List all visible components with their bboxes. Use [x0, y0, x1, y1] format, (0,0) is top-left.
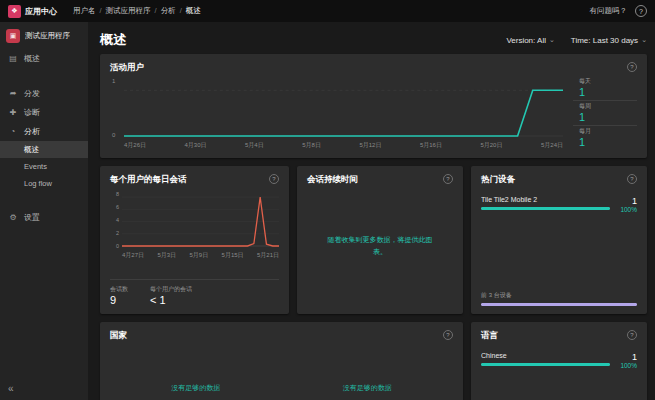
device-bar-track: [481, 207, 610, 210]
sidebar-item-overview-label: 概述: [24, 53, 40, 64]
sessions-line-chart: [122, 191, 279, 249]
language-row: Chinese 1 100%: [481, 352, 637, 369]
countries-title: 国家: [110, 330, 127, 342]
stat-daily-value: 1: [579, 86, 637, 98]
active-users-card-header: 活动用户 ?: [110, 62, 637, 74]
breadcrumb-analytics[interactable]: 分析: [151, 6, 176, 16]
x-tick: 5月21日: [257, 251, 279, 260]
breadcrumb: 用户名 测试应用程序 分析 概述: [73, 6, 201, 16]
breadcrumb-user[interactable]: 用户名: [73, 6, 96, 16]
sidebar-item-overview[interactable]: ▤ 概述: [0, 49, 88, 68]
sidebar-item-diagnostics-label: 诊断: [24, 107, 40, 118]
x-tick: 5月9日: [189, 251, 208, 260]
version-filter[interactable]: Version: All ⌄: [506, 36, 554, 45]
footer-bar-track: [481, 303, 637, 306]
sidebar-item-analytics-label: 分析: [24, 126, 40, 137]
help-link[interactable]: 有问题吗？: [590, 6, 628, 16]
brand-home-link[interactable]: ❖ 应用中心: [8, 5, 57, 18]
stat-weekly: 每周 1: [573, 101, 637, 126]
language-bar-fill: [481, 363, 610, 366]
top-devices-footer-label: 前 3 台设备: [481, 291, 637, 300]
language-count: 1: [620, 352, 637, 362]
topbar-right: 有问题吗？ ?: [590, 5, 648, 17]
help-icon[interactable]: ?: [269, 174, 279, 184]
language-percent: 100%: [620, 362, 637, 369]
app-center-logo-icon: ❖: [8, 5, 21, 18]
stat-monthly-label: 每月: [579, 127, 637, 136]
breadcrumb-overview[interactable]: 概述: [176, 6, 201, 16]
stat-monthly: 每月 1: [573, 126, 637, 150]
footer-bar-fill: [481, 303, 637, 306]
page-title: 概述: [100, 31, 126, 49]
daily-sessions-chart: 8 6 4 2 0: [110, 191, 279, 249]
sessions-stats: 会话数 9 每个用户的会话 < 1: [110, 279, 279, 306]
x-tick: 5月24日: [541, 141, 563, 150]
sidebar-item-log-flow[interactable]: Log flow: [0, 175, 88, 192]
device-percent: 100%: [620, 206, 637, 213]
y-tick: 2: [110, 230, 119, 236]
breadcrumb-app[interactable]: 测试应用程序: [96, 6, 151, 16]
filters: Version: All ⌄ Time: Last 30 days ⌄: [506, 36, 647, 45]
stat-sessions-per-user-value: < 1: [150, 294, 192, 306]
y-tick: 6: [110, 204, 119, 210]
chevron-down-icon: ⌄: [549, 36, 555, 44]
settings-gear-icon: ⚙: [8, 213, 18, 222]
help-icon[interactable]: ?: [443, 174, 453, 184]
app-icon-glyph: ▣: [10, 32, 17, 40]
brand-glyph: ❖: [11, 7, 17, 15]
sidebar-item-analytics-overview[interactable]: 概述: [0, 141, 88, 158]
help-icon[interactable]: ?: [627, 62, 637, 72]
stat-weekly-value: 1: [579, 111, 637, 123]
main-content: 概述 Version: All ⌄ Time: Last 30 days ⌄ 活…: [88, 22, 655, 400]
language-bar-track: [481, 363, 610, 366]
stat-weekly-label: 每周: [579, 102, 637, 111]
topbar: ❖ 应用中心 用户名 测试应用程序 分析 概述 有问题吗？ ?: [0, 0, 655, 22]
page-header: 概述 Version: All ⌄ Time: Last 30 days ⌄: [100, 32, 647, 48]
stat-sessions-per-user-label: 每个用户的会话: [150, 285, 192, 294]
version-filter-label: Version: All: [506, 36, 546, 45]
sidebar-section-gap: [0, 68, 88, 84]
sidebar-item-log-flow-label: Log flow: [24, 179, 52, 188]
device-row: Tile Tile2 Mobile 2 1 100%: [481, 196, 637, 213]
sidebar-item-analytics[interactable]: ◔ 分析: [0, 122, 88, 141]
y-tick: 0: [110, 243, 119, 249]
languages-title: 语言: [481, 330, 498, 342]
active-users-x-axis: 4月26日 4月30日 5月4日 5月8日 5月12日 5月16日 5月20日 …: [124, 141, 563, 150]
help-icon[interactable]: ?: [627, 174, 637, 184]
help-icon[interactable]: ?: [627, 330, 637, 340]
row-3: 国家 ? 没有足够的数据 没有足够的数据 语言 ? Chinese: [100, 322, 647, 400]
daily-sessions-title: 每个用户的每日会话: [110, 174, 187, 186]
x-tick: 4月30日: [185, 141, 207, 150]
sidebar-item-diagnostics[interactable]: ✚ 诊断: [0, 103, 88, 122]
chevron-down-icon: ⌄: [641, 36, 647, 44]
x-tick: 5月20日: [480, 141, 502, 150]
x-tick: 4月27日: [122, 251, 144, 260]
sidebar-item-events[interactable]: Events: [0, 158, 88, 175]
sidebar-collapse-button[interactable]: «: [0, 377, 88, 400]
sidebar-item-analytics-overview-label: 概述: [24, 145, 39, 155]
y-tick: 8: [110, 191, 119, 197]
app-switcher[interactable]: ▣ 测试应用程序: [0, 22, 88, 49]
device-count: 1: [620, 196, 637, 206]
time-filter[interactable]: Time: Last 30 days ⌄: [571, 36, 647, 45]
help-icon[interactable]: ?: [635, 5, 647, 17]
daily-sessions-card: 每个用户的每日会话 ? 8 6 4 2 0: [100, 166, 289, 314]
sidebar-item-distribute[interactable]: ➦ 分发: [0, 84, 88, 103]
sidebar-item-distribute-label: 分发: [24, 88, 40, 99]
stat-sessions-per-user: 每个用户的会话 < 1: [150, 285, 192, 306]
app-name: 测试应用程序: [25, 31, 70, 41]
stat-session-count-label: 会话数: [110, 285, 128, 294]
x-tick: 5月8日: [302, 141, 321, 150]
x-tick: 4月26日: [124, 141, 146, 150]
languages-card: 语言 ? Chinese 1 100%: [471, 322, 647, 400]
stat-session-count: 会话数 9: [110, 285, 128, 306]
sidebar-item-settings[interactable]: ⚙ 设置: [0, 208, 88, 227]
y-axis-label-1: 1: [112, 78, 115, 84]
x-tick: 5月4日: [245, 141, 264, 150]
sessions-y-axis: 8 6 4 2 0: [110, 191, 119, 249]
distribute-icon: ➦: [8, 89, 18, 98]
help-icon[interactable]: ?: [443, 330, 453, 340]
stat-session-count-value: 9: [110, 294, 128, 306]
diagnostics-icon: ✚: [8, 108, 18, 117]
countries-empty-map: 没有足够的数据: [110, 383, 282, 393]
